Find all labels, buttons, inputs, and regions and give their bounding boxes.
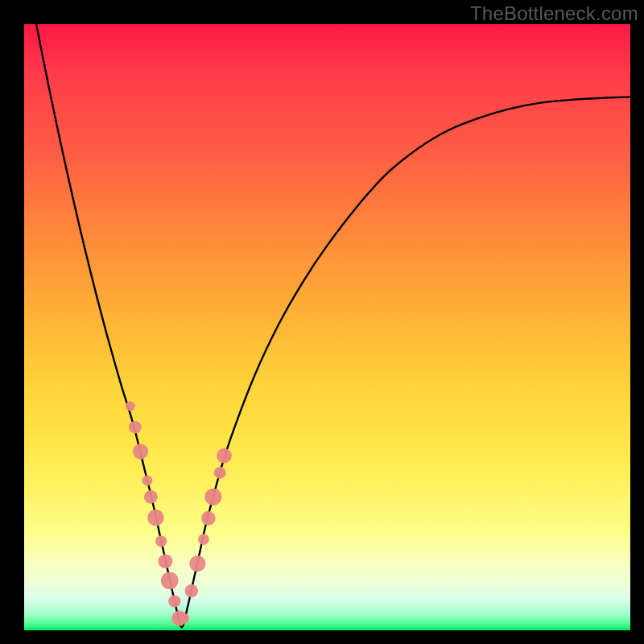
mismatch-curve <box>36 24 630 627</box>
marker-dot <box>185 584 198 597</box>
marker-dot <box>217 448 232 464</box>
marker-dot <box>159 554 173 568</box>
marker-dot <box>214 467 226 479</box>
marker-dot <box>189 555 205 572</box>
chart-frame: TheBottleneck.com <box>0 0 644 644</box>
marker-dot <box>198 534 209 545</box>
chart-plot-area <box>24 24 630 630</box>
marker-dot <box>179 613 189 624</box>
watermark-text: TheBottleneck.com <box>470 2 638 25</box>
marker-dot <box>144 490 158 504</box>
chart-svg <box>24 24 630 630</box>
marker-dot <box>142 476 152 486</box>
marker-dot <box>204 489 221 506</box>
marker-dot <box>155 535 167 547</box>
marker-group <box>126 401 232 625</box>
marker-dot <box>201 511 216 526</box>
marker-dot <box>126 401 135 411</box>
marker-dot <box>168 595 180 607</box>
marker-dot <box>133 444 148 459</box>
marker-dot <box>129 421 142 434</box>
marker-dot <box>161 572 179 589</box>
marker-dot <box>147 510 164 526</box>
